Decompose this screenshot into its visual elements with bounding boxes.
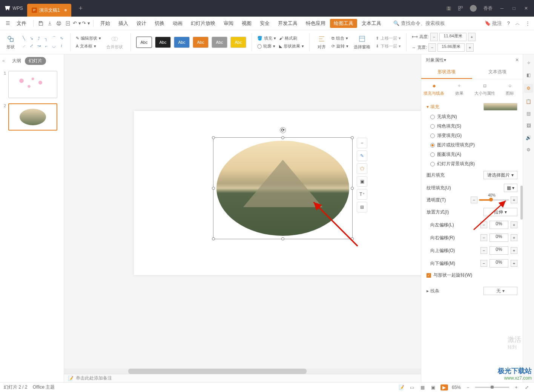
menu-transition[interactable]: 切换 <box>151 18 168 28</box>
menu-start[interactable]: 开始 <box>97 18 114 28</box>
menu-dev[interactable]: 开发工具 <box>274 18 301 28</box>
slideshow-play-button[interactable]: ▶ <box>440 384 448 390</box>
height-dec[interactable]: − <box>430 33 438 41</box>
selection-pane-button[interactable]: 选择窗格 <box>351 34 373 51</box>
rotate-with-shape-checkbox[interactable] <box>427 273 431 278</box>
fill-button[interactable]: 🪣填充 ▾ <box>257 35 276 41</box>
fill-gradient-radio[interactable]: 渐变填充(G) <box>427 131 517 140</box>
offset-top-inc[interactable]: + <box>511 247 517 254</box>
fill-solid-radio[interactable]: 纯色填充(S) <box>427 121 517 131</box>
subtab-icon[interactable]: ☺图标 <box>497 82 523 96</box>
offset-top-dec[interactable]: − <box>480 247 487 254</box>
dock-clipboard-icon[interactable]: 📋 <box>525 98 532 105</box>
fill-slidebg-radio[interactable]: 幻灯片背景填充(B) <box>427 159 517 169</box>
slides-tab[interactable]: 幻灯片 <box>25 57 46 65</box>
menu-design[interactable]: 设计 <box>133 18 150 28</box>
fill-pattern-radio[interactable]: 图案填充(A) <box>427 150 517 159</box>
collapse-panel-icon[interactable]: « <box>2 58 5 63</box>
command-search[interactable]: 🔍 <box>393 20 450 26</box>
print-preview-icon[interactable] <box>64 19 72 28</box>
slide-thumb-1[interactable]: 1 <box>4 71 60 98</box>
menu-icon[interactable]: ☰ <box>4 19 12 28</box>
maximize-icon[interactable]: □ <box>511 6 517 11</box>
float-layer-icon[interactable]: ▣ <box>357 176 367 187</box>
float-fill-icon[interactable]: ⬠ <box>357 163 367 174</box>
offset-right-input[interactable]: 0% <box>490 234 508 242</box>
shape-quick-grid[interactable]: ╲↘⤴┐⌒∿ ⟋⤢↝⌐◡≀ <box>20 35 65 49</box>
help-icon[interactable]: ? <box>507 20 510 26</box>
subtab-effect[interactable]: ✧效果 <box>447 82 472 96</box>
width-input[interactable]: 15.86厘米 <box>437 43 465 52</box>
resize-handle-r[interactable] <box>351 187 354 190</box>
send-backward-button[interactable]: ⬇下移一层 ▾ <box>376 43 401 49</box>
height-input[interactable]: 11.84厘米 <box>439 33 466 41</box>
collapse-ribbon-icon[interactable]: ︿ <box>515 20 520 27</box>
resize-handle-l[interactable] <box>212 187 215 190</box>
zoom-in-icon[interactable]: + <box>513 384 520 391</box>
file-menu[interactable]: 文件 <box>13 18 30 28</box>
float-pen-icon[interactable]: ✎ <box>357 151 367 161</box>
reading-view-icon[interactable]: ▣ <box>430 384 437 391</box>
picture-fill-combo[interactable]: 请选择图片 ▾ <box>483 171 517 179</box>
rotate-button[interactable]: ⟳旋转 ▾ <box>331 43 348 49</box>
resize-handle-tl[interactable] <box>212 136 215 139</box>
section-line-header[interactable]: ▸ 线条 无 ▾ <box>427 285 517 297</box>
save-icon[interactable] <box>37 19 45 28</box>
shape-effect-button[interactable]: ◣形状效果 ▾ <box>279 43 304 49</box>
offset-bottom-dec[interactable]: − <box>480 260 487 267</box>
notification-badge[interactable]: 1 <box>447 6 451 11</box>
width-dec[interactable]: − <box>428 43 436 52</box>
panel-close-icon[interactable]: ✕ <box>515 57 519 63</box>
align-button[interactable]: 对齐 <box>315 34 328 51</box>
fit-view-icon[interactable]: ⤢ <box>523 384 530 391</box>
annotate-button[interactable]: 🔖 批注 <box>485 20 502 27</box>
style-swatch-1[interactable]: Abc <box>136 37 152 48</box>
redo-icon[interactable]: ↷ ▾ <box>82 19 90 28</box>
width-inc[interactable]: + <box>466 43 474 52</box>
dock-image-icon[interactable]: 🖼 <box>525 122 532 129</box>
offset-bottom-inc[interactable]: + <box>511 260 517 267</box>
tab-shape-options[interactable]: 形状选项 <box>421 66 472 79</box>
rotate-handle[interactable]: ⟳ <box>280 127 286 133</box>
normal-view-icon[interactable]: ▭ <box>409 384 416 391</box>
menu-text-tools[interactable]: 文本工具 <box>358 18 385 28</box>
canvas[interactable]: ⟳ − ✎ ⬠ ▣ T⁺ ⊞ <box>64 54 421 382</box>
zoom-slider[interactable] <box>475 387 509 388</box>
float-collapse-icon[interactable]: − <box>357 138 367 148</box>
outline-tab[interactable]: 大纲 <box>12 58 21 64</box>
document-tab[interactable]: P 演示文稿1 <box>27 4 71 17</box>
style-swatch-3[interactable]: Abc <box>174 37 190 48</box>
offset-right-inc[interactable]: + <box>511 234 517 241</box>
line-combo[interactable]: 无 ▾ <box>483 287 517 295</box>
menu-slideshow[interactable]: 幻灯片放映 <box>187 18 219 28</box>
panel-scrollbar[interactable] <box>520 186 523 220</box>
dock-properties-icon[interactable]: ⚙ <box>524 84 533 93</box>
slide[interactable]: ⟳ − ✎ ⬠ ▣ T⁺ ⊞ <box>134 111 421 275</box>
dock-new-icon[interactable]: ✧ <box>525 60 532 66</box>
new-tab-button[interactable]: + <box>74 2 87 15</box>
outline-button[interactable]: ◯轮廓 ▾ <box>257 43 276 49</box>
dock-template-icon[interactable]: ▤ <box>525 110 532 117</box>
save-as-icon[interactable] <box>46 19 54 28</box>
resize-handle-bl[interactable] <box>212 237 215 240</box>
menu-security[interactable]: 安全 <box>256 18 273 28</box>
edit-shape-button[interactable]: ✎编辑形状 ▾ <box>76 35 101 41</box>
shape-gallery-button[interactable]: 形状 <box>4 34 17 51</box>
horizontal-scrollbar[interactable] <box>64 369 421 374</box>
resize-handle-t[interactable] <box>281 136 284 139</box>
slide-thumb-2[interactable]: 2 <box>4 103 60 131</box>
offset-top-input[interactable]: 0% <box>490 246 508 255</box>
undo-icon[interactable]: ↶ ▾ <box>73 19 81 28</box>
close-icon[interactable]: ✕ <box>523 6 529 11</box>
apps-icon[interactable] <box>458 6 463 11</box>
print-icon[interactable] <box>55 19 63 28</box>
menu-drawing-tools[interactable]: 绘图工具 <box>330 19 357 28</box>
menu-special[interactable]: 特色应用 <box>302 18 329 28</box>
more-icon[interactable]: ⋮ <box>525 20 530 26</box>
offset-right-dec[interactable]: − <box>480 234 487 241</box>
format-painter-button[interactable]: 🖌格式刷 <box>279 35 304 41</box>
wps-logo[interactable]: WPS <box>0 0 27 17</box>
resize-handle-b[interactable] <box>281 237 284 240</box>
style-swatch-2[interactable]: Abc <box>155 37 171 48</box>
fill-preview[interactable] <box>483 103 517 111</box>
